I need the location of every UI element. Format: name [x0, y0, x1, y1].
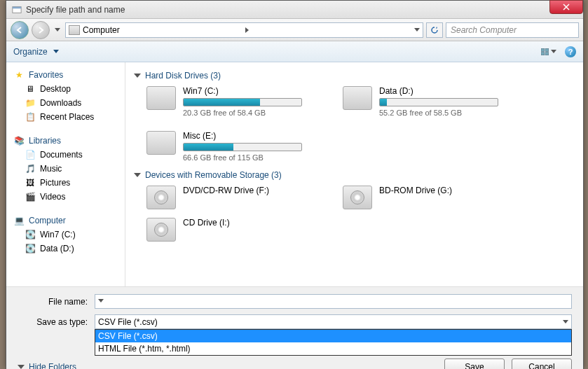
back-button[interactable] — [11, 21, 29, 39]
address-dropdown-icon[interactable] — [414, 28, 420, 32]
desktop-icon: 🖥 — [25, 83, 36, 95]
sidebar: ★ Favorites 🖥Desktop 📁Downloads 📋Recent … — [6, 62, 125, 286]
refresh-icon — [430, 26, 439, 34]
arrow-right-icon — [36, 26, 45, 34]
drive-item[interactable]: Win7 (C:) 20.3 GB free of 58.4 GB — [146, 86, 329, 117]
videos-icon: 🎬 — [25, 191, 36, 202]
saveas-label: Save as type: — [18, 317, 95, 327]
svg-rect-4 — [541, 52, 545, 55]
section-removable-header[interactable]: Devices with Removable Storage (3) — [134, 170, 575, 180]
drive-icon: 💽 — [25, 243, 36, 254]
sidebar-item-music[interactable]: 🎵Music — [6, 162, 125, 176]
svg-rect-1 — [13, 6, 21, 8]
libraries-icon: 📚 — [13, 135, 25, 146]
breadcrumb-root[interactable]: Computer — [83, 25, 242, 35]
collapse-icon — [134, 173, 141, 177]
filename-input[interactable] — [95, 294, 572, 309]
chevron-down-icon — [53, 50, 59, 53]
nav-history-dropdown[interactable] — [53, 23, 62, 37]
sidebar-group-computer[interactable]: 💻 Computer — [6, 214, 125, 228]
collapse-icon — [134, 74, 141, 78]
sidebar-item-drive-d[interactable]: 💽Data (D:) — [6, 242, 125, 256]
music-icon: 🎵 — [25, 163, 36, 174]
sidebar-item-videos[interactable]: 🎬Videos — [6, 190, 125, 204]
svg-rect-2 — [541, 48, 545, 51]
app-icon — [12, 5, 22, 15]
hdd-icon — [146, 86, 176, 110]
titlebar: Specify file path and name — [6, 1, 583, 19]
usage-bar — [183, 143, 302, 151]
dvd-icon — [146, 186, 176, 209]
view-options-button[interactable] — [541, 46, 556, 58]
address-bar[interactable]: Computer — [65, 22, 423, 38]
saveas-dropdown: CSV File (*.csv) HTML File (*.htm, *.htm… — [95, 329, 572, 356]
usage-bar — [379, 98, 498, 106]
computer-icon — [69, 25, 80, 35]
body-area: ★ Favorites 🖥Desktop 📁Downloads 📋Recent … — [6, 62, 583, 286]
sidebar-item-downloads[interactable]: 📁Downloads — [6, 96, 125, 110]
chevron-down-icon[interactable] — [98, 299, 104, 302]
pictures-icon: 🖼 — [25, 177, 36, 188]
content-pane: Hard Disk Drives (3) Win7 (C:) 20.3 GB f… — [125, 62, 583, 286]
sidebar-item-drive-c[interactable]: 💽Win7 (C:) — [6, 228, 125, 242]
sidebar-group-libraries[interactable]: 📚 Libraries — [6, 134, 125, 148]
nav-bar: Computer Search Computer — [6, 19, 583, 41]
folder-icon: 📁 — [25, 97, 36, 109]
chevron-down-icon — [551, 50, 556, 53]
computer-icon: 💻 — [13, 215, 25, 226]
save-button[interactable]: Save — [444, 358, 505, 369]
cd-icon — [146, 218, 176, 242]
section-hdd-header[interactable]: Hard Disk Drives (3) — [134, 71, 575, 81]
recent-icon: 📋 — [25, 111, 36, 123]
search-placeholder: Search Computer — [451, 25, 517, 35]
chevron-down-icon — [55, 28, 60, 32]
dropdown-option-csv[interactable]: CSV File (*.csv) — [95, 330, 571, 342]
refresh-button[interactable] — [426, 22, 443, 38]
svg-rect-5 — [545, 52, 549, 55]
svg-rect-3 — [545, 48, 549, 51]
view-icon — [541, 47, 549, 57]
close-icon — [563, 4, 570, 11]
sidebar-item-recent[interactable]: 📋Recent Places — [6, 110, 125, 124]
saveas-combo[interactable]: CSV File (*.csv) CSV File (*.csv) HTML F… — [95, 314, 572, 329]
drive-item[interactable]: Misc (E:) 66.6 GB free of 115 GB — [146, 131, 329, 162]
usage-bar — [183, 98, 302, 106]
sidebar-item-desktop[interactable]: 🖥Desktop — [6, 82, 125, 96]
hdd-icon — [343, 86, 372, 110]
chevron-right-icon[interactable] — [245, 27, 249, 33]
window-title: Specify file path and name — [26, 5, 125, 15]
documents-icon: 📄 — [25, 149, 36, 160]
bdrom-icon — [343, 186, 372, 209]
caret-up-icon — [18, 365, 25, 369]
save-dialog-window: Specify file path and name Computer Sear… — [6, 0, 584, 369]
star-icon: ★ — [13, 69, 25, 81]
close-button[interactable] — [549, 0, 583, 14]
chevron-down-icon[interactable] — [563, 320, 568, 323]
drive-item[interactable]: CD Drive (I:) — [146, 218, 329, 242]
organize-menu[interactable]: Organize — [13, 47, 59, 57]
toolbar: Organize ? — [6, 41, 583, 62]
drive-icon: 💽 — [25, 229, 36, 240]
footer: File name: Save as type: CSV File (*.csv… — [6, 286, 583, 369]
hide-folders-button[interactable]: Hide Folders — [18, 362, 76, 370]
drive-item[interactable]: Data (D:) 55.2 GB free of 58.5 GB — [343, 86, 525, 117]
cancel-button[interactable]: Cancel — [512, 358, 572, 369]
hdd-icon — [146, 131, 176, 155]
drive-item[interactable]: BD-ROM Drive (G:) — [343, 186, 525, 209]
sidebar-group-favorites[interactable]: ★ Favorites — [6, 68, 125, 82]
arrow-left-icon — [15, 26, 24, 34]
forward-button[interactable] — [32, 21, 50, 39]
search-input[interactable]: Search Computer — [446, 22, 579, 38]
drive-item[interactable]: DVD/CD-RW Drive (F:) — [146, 186, 329, 209]
dropdown-option-html[interactable]: HTML File (*.htm, *.html) — [95, 342, 571, 355]
sidebar-item-pictures[interactable]: 🖼Pictures — [6, 176, 125, 190]
help-button[interactable]: ? — [565, 46, 576, 57]
sidebar-item-documents[interactable]: 📄Documents — [6, 148, 125, 162]
filename-label: File name: — [18, 297, 95, 307]
